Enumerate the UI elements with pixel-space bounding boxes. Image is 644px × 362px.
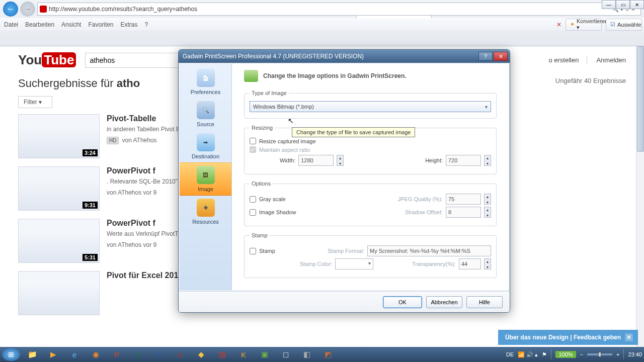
zoom-slider[interactable] xyxy=(587,353,612,355)
stamp-label: Stamp xyxy=(259,248,275,254)
taskbar-explorer[interactable]: 📁 xyxy=(22,348,42,361)
shadow-checkbox[interactable] xyxy=(250,209,256,216)
taskbar-camtasia[interactable]: ▣ xyxy=(255,348,275,361)
taskbar-app4[interactable]: ◩ xyxy=(318,348,338,361)
tray-clock[interactable]: 23:40 xyxy=(628,351,642,357)
menu-datei[interactable]: Datei xyxy=(4,21,18,28)
cancel-button[interactable]: Abbrechen xyxy=(426,296,462,308)
preferences-icon: 📄 xyxy=(197,69,215,87)
taskbar-access[interactable]: A xyxy=(170,348,190,361)
taskbar-ie[interactable]: e xyxy=(64,348,85,361)
auswaehlen-button[interactable]: ☑Auswähle xyxy=(606,19,642,31)
dialog-titlebar[interactable]: Gadwin PrintScreen Professional 4.7 (UNR… xyxy=(179,50,510,63)
type-of-image-group: Type of Image Windows Bitmap (*.bmp) xyxy=(244,90,497,119)
windows-logo-icon: ⊞ xyxy=(8,350,14,358)
tray-icons[interactable]: 📶 🔊 ▴ xyxy=(518,351,538,358)
height-input xyxy=(446,155,481,166)
aspect-label: Maintain aspect ratio xyxy=(259,147,310,153)
menu-bearbeiten[interactable]: Bearbeiten xyxy=(25,21,54,28)
menu-help[interactable]: ? xyxy=(144,21,148,28)
taskbar-app3[interactable]: ◧ xyxy=(297,348,317,361)
image-icon: 🖼 xyxy=(197,166,215,184)
stamp-format-label: Stamp Format: xyxy=(328,248,364,254)
video-thumbnail[interactable]: 5:31 xyxy=(18,219,100,263)
content-heading: Change the Image options in Gadwin Print… xyxy=(263,72,407,79)
dialog-close-icon[interactable]: ✕ xyxy=(494,52,508,61)
type-legend: Type of Image xyxy=(250,90,289,96)
aspect-checkbox xyxy=(250,146,256,153)
tray-flag-icon[interactable]: ⚑ xyxy=(542,351,547,358)
shadow-label: Image Shadow xyxy=(259,209,296,215)
window-close[interactable]: ✕ xyxy=(630,0,644,9)
offset-spinner: ▲▼ xyxy=(484,207,491,218)
resize-label: Resize captured image xyxy=(259,138,316,144)
image-type-combo[interactable]: Windows Bitmap (*.bmp) xyxy=(250,101,491,112)
stamp-checkbox[interactable] xyxy=(250,248,256,254)
feedback-text: Über das neue Design | Feedback geben xyxy=(505,334,621,341)
tray-zoom-in-icon[interactable]: + xyxy=(616,351,619,357)
height-spinner: ▲▼ xyxy=(484,155,491,166)
jpeg-spinner: ▲▼ xyxy=(484,194,491,205)
tray-zoom[interactable]: 100% xyxy=(555,351,576,358)
transparency-label: Transparency(%): xyxy=(412,261,456,267)
link-erstellen[interactable]: o erstellen xyxy=(548,56,587,64)
taskbar-app2[interactable]: ◻ xyxy=(276,348,296,361)
favicon-youtube-icon xyxy=(40,6,47,13)
link-anmelden[interactable]: Anmelden xyxy=(596,56,626,64)
taskbar-pdf[interactable]: ▤ xyxy=(212,348,232,361)
filter-button[interactable]: Filter ▾ xyxy=(18,96,52,108)
stamp-color-label: Stamp Color: xyxy=(300,261,332,267)
options-group: Options Gray scale JPEG Quality (%): ▲▼ … xyxy=(244,180,497,226)
resources-icon: ❖ xyxy=(197,199,215,217)
stamp-legend: Stamp xyxy=(250,232,270,238)
hd-badge: HD xyxy=(107,137,119,144)
taskbar-excel[interactable]: X xyxy=(128,348,148,361)
trans-spinner: ▲▼ xyxy=(484,258,491,269)
tray-zoom-out-icon[interactable]: − xyxy=(580,351,583,357)
taskbar-word[interactable]: W xyxy=(149,348,169,361)
source-icon: 🔍 xyxy=(197,101,215,119)
start-button[interactable]: ⊞ xyxy=(2,348,20,361)
youtube-logo[interactable]: YouTube xyxy=(18,52,76,68)
feedback-banner[interactable]: Über das neue Design | Feedback geben ✕ xyxy=(498,330,638,345)
feedback-close-icon[interactable]: ✕ xyxy=(625,333,633,341)
toolbar-close-icon[interactable]: ✕ xyxy=(556,21,561,28)
sidebar-resources[interactable]: ❖Resources xyxy=(180,196,231,228)
sidebar-source[interactable]: 🔍Source xyxy=(180,98,231,130)
scroll-thumb[interactable] xyxy=(637,46,644,152)
window-restore[interactable]: ▭ xyxy=(616,0,630,9)
taskbar-powerpoint[interactable]: P xyxy=(107,348,127,361)
help-button[interactable]: Hilfe xyxy=(466,296,503,308)
taskbar-mediaplayer[interactable]: ▶ xyxy=(43,348,63,361)
konvertieren-button[interactable]: ✦Konvertieren ▾ xyxy=(566,19,602,31)
grayscale-checkbox[interactable] xyxy=(250,196,256,203)
menu-ansicht[interactable]: Ansicht xyxy=(61,21,81,28)
width-spinner: ▲▼ xyxy=(337,155,344,166)
taskbar-app1[interactable]: ◆ xyxy=(191,348,211,361)
window-minimize[interactable]: — xyxy=(602,0,616,9)
stamp-group: Stamp Stamp Stamp Format: Stamp Color: T… xyxy=(244,232,497,278)
menu-extras[interactable]: Extras xyxy=(120,21,137,28)
width-input xyxy=(298,155,334,166)
taskbar-kindle[interactable]: K xyxy=(233,348,254,361)
transparency-input xyxy=(459,258,481,269)
menu-favoriten[interactable]: Favoriten xyxy=(88,21,113,28)
scrollbar[interactable] xyxy=(636,46,644,347)
video-thumbnail[interactable]: 3:24 xyxy=(18,114,100,158)
dialog-help-icon[interactable]: ? xyxy=(478,52,493,61)
video-thumbnail[interactable]: 9:31 xyxy=(18,166,100,211)
video-thumbnail[interactable] xyxy=(18,271,100,315)
resize-checkbox[interactable] xyxy=(250,138,256,144)
sidebar-destination[interactable]: ➡Destination xyxy=(180,130,231,162)
dialog-title: Gadwin PrintScreen Professional 4.7 (UNR… xyxy=(183,53,364,60)
sidebar-image[interactable]: 🖼Image xyxy=(180,162,231,196)
jpeg-quality-input xyxy=(446,194,481,205)
ok-button[interactable]: OK xyxy=(383,296,422,308)
sidebar-preferences[interactable]: 📄Preferences xyxy=(180,66,231,98)
options-legend: Options xyxy=(250,180,273,187)
tray-lang[interactable]: DE xyxy=(506,351,514,357)
shadow-offset-input xyxy=(446,207,481,218)
combo-tooltip: Change the type of file to save captured… xyxy=(292,127,415,137)
offset-label: Shadow Offset: xyxy=(405,209,443,215)
taskbar-firefox[interactable]: ◉ xyxy=(86,348,106,361)
